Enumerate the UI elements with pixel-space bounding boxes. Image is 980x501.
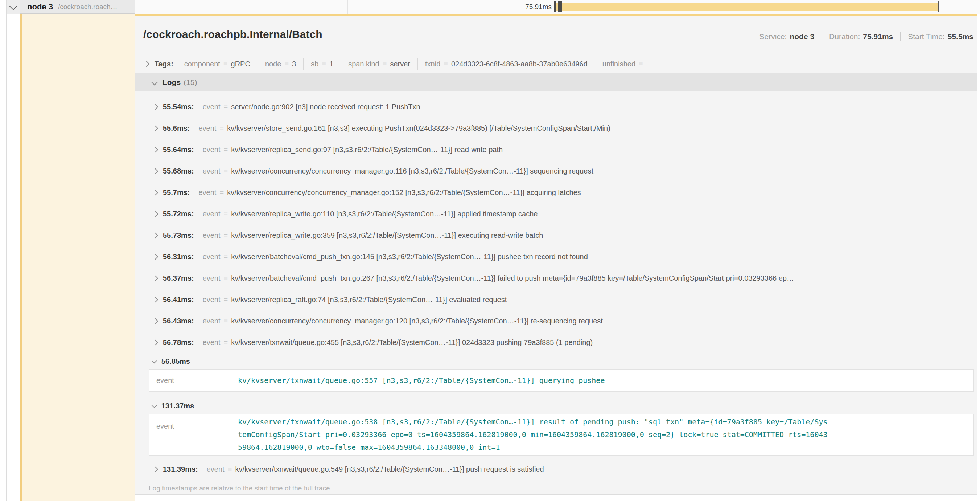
tag-pill[interactable]: span.kind=server bbox=[340, 58, 417, 70]
log-tick bbox=[562, 2, 562, 12]
log-field-value: server/node.go:902 [n3] node received re… bbox=[231, 103, 420, 111]
log-row[interactable]: 55.72ms:event=kv/kvserver/replica_write.… bbox=[135, 203, 977, 225]
log-equals: = bbox=[224, 338, 228, 347]
tag-pill[interactable]: sb=1 bbox=[303, 58, 340, 70]
duration-value: 75.91ms bbox=[863, 32, 893, 41]
log-field-key: event bbox=[203, 210, 221, 218]
log-equals: = bbox=[224, 103, 228, 111]
left-rail-divider bbox=[6, 0, 6, 501]
tag-pill[interactable]: component=gRPC bbox=[177, 58, 258, 70]
log-row[interactable]: 56.43ms:event=kv/kvserver/concurrency/co… bbox=[135, 310, 977, 332]
timeline-header: 75.91ms bbox=[135, 0, 980, 14]
span-meta: Service: node 3 Duration: 75.91ms Start … bbox=[759, 32, 974, 41]
log-row[interactable]: 55.68ms:event=kv/kvserver/concurrency/co… bbox=[135, 161, 977, 182]
chevron-right-icon bbox=[153, 340, 159, 346]
log-field-key: event bbox=[199, 188, 216, 197]
log-timestamp: 131.39ms: bbox=[163, 465, 198, 474]
log-equals: = bbox=[224, 145, 228, 154]
log-entry-detail: eventkv/kvserver/txnwait/queue.go:538 [n… bbox=[149, 414, 974, 456]
chevron-right-icon bbox=[153, 147, 159, 153]
log-row[interactable]: 55.7ms:event=kv/kvserver/concurrency/con… bbox=[135, 182, 977, 203]
start-time-value: 55.5ms bbox=[948, 32, 974, 41]
log-row[interactable]: 55.54ms:event=server/node.go:902 [n3] no… bbox=[135, 96, 977, 118]
log-timestamp: 55.72ms: bbox=[163, 210, 194, 218]
log-timestamp: 55.6ms: bbox=[163, 124, 190, 132]
chevron-right-icon bbox=[153, 297, 159, 303]
log-equals: = bbox=[220, 124, 224, 132]
log-field-key: event bbox=[203, 274, 221, 282]
log-row[interactable]: 56.37ms:event=kv/kvserver/batcheval/cmd_… bbox=[135, 268, 977, 289]
log-field-value: kv/kvserver/replica_send.go:97 [n3,s3,r6… bbox=[231, 145, 503, 154]
tag-pill[interactable]: txnid=024d3323-6c8f-4863-aa8b-37ab0e6349… bbox=[417, 58, 595, 70]
span-detail-card: /cockroach.roachpb.Internal/Batch Servic… bbox=[135, 14, 977, 495]
chevron-right-icon bbox=[153, 466, 159, 472]
log-timestamp: 56.31ms: bbox=[163, 253, 194, 261]
tag-value: gRPC bbox=[231, 60, 250, 68]
logs-section-header[interactable]: Logs (15) bbox=[135, 73, 977, 91]
tags-row[interactable]: Tags: component=gRPCnode=3sb=1span.kind=… bbox=[144, 57, 654, 71]
log-tick bbox=[555, 2, 556, 12]
log-entry-expanded-header[interactable]: 131.37ms bbox=[135, 398, 977, 414]
log-equals: = bbox=[228, 465, 232, 474]
log-row[interactable]: 131.39ms:event=kv/kvserver/txnwait/queue… bbox=[135, 458, 977, 480]
log-field-value: kv/kvserver/txnwait/queue.go:455 [n3,s3,… bbox=[231, 338, 593, 347]
log-timestamp: 55.7ms: bbox=[163, 188, 190, 197]
log-row[interactable]: 56.31ms:event=kv/kvserver/batcheval/cmd_… bbox=[135, 246, 977, 268]
log-timestamp: 55.73ms: bbox=[163, 231, 194, 239]
log-row[interactable]: 56.41ms:event=kv/kvserver/replica_raft.g… bbox=[135, 289, 977, 310]
chevron-right-icon bbox=[153, 104, 159, 110]
log-row[interactable]: 55.64ms:event=kv/kvserver/replica_send.g… bbox=[135, 139, 977, 161]
chevron-right-icon bbox=[153, 318, 159, 324]
chevron-right-icon bbox=[153, 126, 159, 131]
log-tick bbox=[558, 2, 558, 12]
span-service-name: node 3 bbox=[27, 2, 53, 12]
log-timestamp: 56.37ms: bbox=[163, 274, 194, 282]
log-equals: = bbox=[224, 253, 228, 261]
tag-equals: = bbox=[639, 60, 643, 68]
log-row[interactable]: 56.78ms:event=kv/kvserver/txnwait/queue.… bbox=[135, 332, 977, 353]
log-timestamp: 55.54ms: bbox=[163, 103, 194, 111]
log-row[interactable]: 55.73ms:event=kv/kvserver/replica_write.… bbox=[135, 225, 977, 246]
span-row-tab[interactable]: node 3 /cockroach.roach… bbox=[20, 0, 135, 14]
span-bar[interactable] bbox=[554, 3, 939, 11]
log-field-key: event bbox=[199, 124, 216, 132]
log-field-value: kv/kvserver/txnwait/queue.go:549 [n3,s3,… bbox=[235, 465, 544, 474]
log-field-value: kv/kvserver/replica_write.go:110 [n3,s3,… bbox=[231, 210, 538, 218]
tag-key: span.kind bbox=[348, 60, 379, 68]
log-entry-expanded-header[interactable]: 56.85ms bbox=[135, 353, 977, 369]
log-equals: = bbox=[224, 295, 228, 304]
chevron-right-icon bbox=[153, 168, 159, 174]
trace-collapse-cell[interactable] bbox=[6, 0, 20, 14]
tag-pill[interactable]: node=3 bbox=[258, 58, 303, 70]
log-field-key: event bbox=[203, 253, 221, 261]
log-field-key: event bbox=[203, 103, 221, 111]
tag-pill[interactable]: unfinished= bbox=[595, 58, 654, 70]
log-equals: = bbox=[224, 231, 228, 239]
log-field-value: kv/kvserver/replica_write.go:359 [n3,s3,… bbox=[231, 231, 543, 239]
timeline-gridline bbox=[347, 0, 348, 14]
tag-key: node bbox=[265, 60, 282, 68]
tag-key: txnid bbox=[425, 60, 440, 68]
span-color-stripe bbox=[19, 14, 22, 501]
log-field-key: event bbox=[203, 167, 221, 176]
log-field-value: kv/kvserver/replica_raft.go:74 [n3,s3,r6… bbox=[231, 295, 507, 304]
log-tick bbox=[560, 2, 561, 12]
log-row[interactable]: 55.6ms:event=kv/kvserver/store_send.go:1… bbox=[135, 118, 977, 139]
chevron-down-icon bbox=[152, 402, 158, 408]
log-timestamp: 55.68ms: bbox=[163, 167, 194, 176]
tag-equals: = bbox=[383, 60, 387, 68]
log-timestamp: 55.64ms: bbox=[163, 145, 194, 154]
service-value: node 3 bbox=[789, 32, 814, 41]
log-field-key: event bbox=[203, 295, 221, 304]
span-duration-label: 75.91ms bbox=[483, 0, 552, 14]
span-list-divider bbox=[18, 14, 19, 501]
log-field-key: event bbox=[207, 465, 224, 474]
selected-span-row-highlight[interactable] bbox=[22, 14, 135, 501]
log-timestamp: 56.43ms: bbox=[163, 317, 194, 325]
log-field-value: kv/kvserver/concurrency/concurrency_mana… bbox=[227, 188, 581, 197]
log-field-key: event bbox=[203, 317, 221, 325]
log-detail-field: event bbox=[149, 377, 238, 385]
page-title: /cockroach.roachpb.Internal/Batch bbox=[143, 28, 322, 41]
log-field-value: kv/kvserver/batcheval/cmd_push_txn.go:14… bbox=[231, 253, 588, 261]
log-timestamp: 131.37ms bbox=[161, 402, 194, 410]
